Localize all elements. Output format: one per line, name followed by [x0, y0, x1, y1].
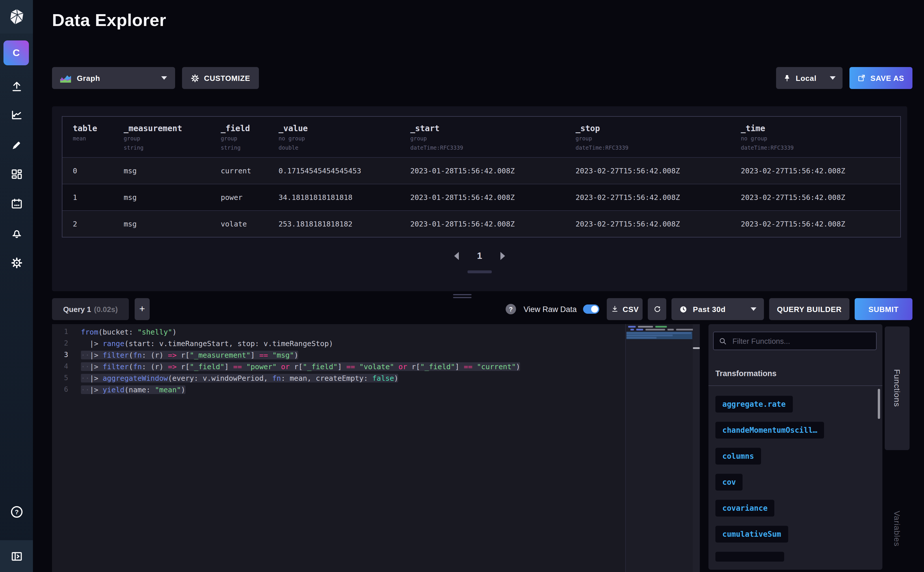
- gear-icon: [10, 256, 23, 269]
- add-query-button[interactable]: +: [135, 298, 150, 320]
- chevron-down-icon: [161, 76, 167, 80]
- column-name: table: [73, 124, 110, 133]
- avatar[interactable]: C: [3, 40, 29, 65]
- graph-type-label: Graph: [77, 74, 100, 82]
- view-raw-data-label: View Raw Data: [524, 305, 577, 314]
- function-chip[interactable]: cumulativeSum: [716, 526, 788, 542]
- pin-icon: [783, 74, 791, 82]
- line-number: 1: [52, 328, 81, 336]
- transformations-section-header: Transformations: [716, 369, 777, 378]
- gear-icon: [191, 74, 199, 82]
- column-name: _start: [410, 124, 562, 133]
- local-label: Local: [796, 74, 817, 82]
- table-cell: 2023-02-27T15:56:42.008Z: [565, 211, 730, 237]
- tab-variables[interactable]: Variables: [885, 494, 910, 563]
- local-dropdown[interactable]: Local: [776, 67, 843, 89]
- chevron-down-icon: [751, 308, 756, 311]
- raw-data-help-icon[interactable]: ?: [506, 304, 516, 314]
- graph-type-dropdown[interactable]: Graph: [52, 67, 175, 89]
- sidebar-item-data-explorer[interactable]: [0, 104, 33, 125]
- column-meta: string: [124, 144, 207, 151]
- column-header: _measurementgroupstring: [113, 117, 210, 157]
- sidebar-item-help[interactable]: ?: [0, 502, 33, 522]
- function-chip[interactable]: chandeMomentumOscill…: [716, 422, 824, 438]
- column-meta: dateTime:RFC3339: [576, 144, 727, 151]
- time-range-label: Past 30d: [693, 305, 725, 314]
- table-cell: msg: [113, 184, 210, 210]
- calendar-icon: [10, 197, 23, 210]
- sidebar-item-load-data[interactable]: [0, 76, 33, 96]
- influxdb-cube-icon: [8, 8, 25, 25]
- filter-functions-searchbox[interactable]: [713, 332, 877, 350]
- code-line: 6··|> yield(name: "mean"): [52, 384, 700, 395]
- editor-minimap[interactable]: [625, 324, 693, 572]
- search-icon: [719, 337, 726, 345]
- function-chip[interactable]: aggregate.rate: [716, 396, 793, 412]
- expand-sidebar-icon: [10, 550, 23, 563]
- refresh-button[interactable]: [648, 298, 666, 320]
- download-icon: [610, 305, 619, 313]
- function-chip[interactable]: cov: [716, 474, 743, 491]
- function-chip[interactable]: covariance: [716, 500, 775, 516]
- query-tab[interactable]: Query 1 (0.02s): [52, 298, 129, 320]
- sidebar-item-settings[interactable]: [0, 252, 33, 273]
- column-header: _timeno groupdateTime:RFC3339: [730, 117, 900, 157]
- sidebar-item-dashboards[interactable]: [0, 164, 33, 185]
- next-page-button[interactable]: [501, 252, 506, 260]
- csv-download-button[interactable]: CSV: [607, 298, 642, 320]
- table-cell: volate: [210, 211, 268, 237]
- sidebar-expand-button[interactable]: [0, 540, 33, 572]
- column-header: tablemean: [62, 117, 113, 157]
- search-input[interactable]: [731, 336, 871, 346]
- line-chart-icon: [10, 109, 23, 121]
- code-line: 3··|> filter(fn: (r) => r["_measurement"…: [52, 349, 700, 361]
- column-meta: group: [124, 135, 207, 142]
- svg-text:?: ?: [14, 508, 18, 516]
- customize-button[interactable]: CUSTOMIZE: [182, 67, 259, 89]
- code-text: from(bucket: "shelly"): [81, 327, 177, 336]
- editor-panel-divider[interactable]: [693, 324, 700, 572]
- page-number[interactable]: 1: [477, 251, 482, 261]
- column-name: _field: [221, 124, 264, 133]
- data-explorer-page: C: [0, 0, 924, 572]
- raw-data-table: tablemean_measurementgroupstring_fieldgr…: [62, 116, 901, 238]
- area-graph-icon: [60, 74, 71, 82]
- flux-code-editor[interactable]: 1from(bucket: "shelly")2 |> range(start:…: [52, 324, 700, 572]
- column-header: _stopgroupdateTime:RFC3339: [565, 117, 730, 157]
- column-name: _stop: [576, 124, 727, 133]
- table-cell: 0: [62, 158, 113, 184]
- tab-functions[interactable]: Functions: [885, 326, 910, 450]
- previous-page-button[interactable]: [454, 252, 459, 260]
- line-number: 3: [52, 351, 81, 359]
- chevron-down-icon: [830, 76, 835, 80]
- sidebar-item-tasks[interactable]: [0, 194, 33, 214]
- query-builder-button[interactable]: QUERY BUILDER: [769, 298, 849, 320]
- functions-panel: Transformations aggregate.ratechandeMome…: [708, 324, 882, 570]
- table-header-row: tablemean_measurementgroupstring_fieldgr…: [62, 117, 900, 157]
- sidebar-item-alerts[interactable]: [0, 223, 33, 244]
- pagination: 1: [52, 251, 907, 261]
- view-raw-data-toggle[interactable]: [583, 305, 599, 314]
- code-line: 2 |> range(start: v.timeRangeStart, stop…: [52, 337, 700, 349]
- submit-button[interactable]: SUBMIT: [855, 298, 912, 320]
- time-range-dropdown[interactable]: Past 30d: [672, 298, 764, 320]
- bell-icon: [10, 227, 23, 240]
- table-horizontal-scrollbar[interactable]: [468, 270, 492, 273]
- table-cell: msg: [113, 158, 210, 184]
- influxdb-logo[interactable]: [0, 0, 33, 34]
- column-meta: group: [576, 135, 727, 142]
- column-meta: no group: [741, 135, 897, 142]
- section-divider: [708, 385, 882, 386]
- table-cell: msg: [113, 211, 210, 237]
- function-chip-clipped[interactable]: [716, 552, 784, 562]
- column-name: _value: [278, 124, 397, 133]
- table-cell: 1: [62, 184, 113, 210]
- functions-scrollbar[interactable]: [878, 389, 880, 419]
- table-cell: 0.17154545454545453: [268, 158, 400, 184]
- line-number: 5: [52, 374, 81, 382]
- save-as-button[interactable]: SAVE AS: [849, 67, 912, 89]
- function-chip[interactable]: columns: [716, 448, 761, 465]
- column-header: _startgroupdateTime:RFC3339: [400, 117, 565, 157]
- minimap-selection: [626, 332, 692, 339]
- sidebar-item-notebooks[interactable]: [0, 135, 33, 155]
